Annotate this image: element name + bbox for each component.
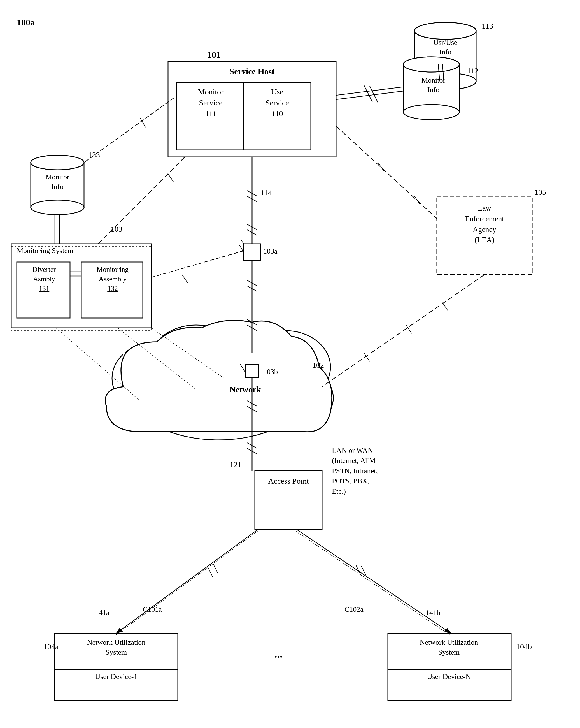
svg-line-50: [247, 280, 257, 286]
svg-point-19: [31, 200, 84, 215]
nus-right-label: Network UtilizationSystem: [390, 638, 508, 657]
node-103b-ref: 103b: [263, 367, 278, 376]
svg-line-67: [116, 531, 258, 635]
svg-line-73: [414, 196, 420, 205]
c101a-label: C101a: [143, 605, 162, 614]
svg-line-64: [297, 529, 451, 633]
svg-point-4: [151, 325, 241, 392]
svg-line-68: [296, 531, 449, 635]
svg-point-20: [31, 155, 84, 170]
monitoring-system-label: Monitoring System: [14, 246, 148, 256]
svg-line-51: [247, 286, 257, 291]
svg-point-15: [403, 105, 459, 120]
lea-label: LawEnforcementAgency(LEA): [441, 203, 528, 245]
svg-line-74: [56, 328, 140, 401]
svg-line-71: [336, 126, 437, 218]
svg-line-85: [364, 353, 370, 362]
svg-line-36: [336, 91, 403, 100]
svg-point-16: [403, 57, 459, 72]
svg-line-47: [239, 244, 244, 252]
svg-point-10: [414, 22, 476, 39]
nus-left-inner-ref: 141a: [95, 608, 110, 618]
svg-line-44: [247, 224, 257, 230]
svg-line-76: [151, 328, 224, 378]
usr-use-info-label: Usr/UseInfo: [417, 38, 473, 57]
svg-line-35: [336, 87, 403, 95]
svg-line-84: [406, 325, 412, 334]
user-device-1-label: User Device-1: [59, 672, 174, 681]
svg-line-57: [247, 401, 257, 406]
ellipsis-label: ...: [274, 647, 283, 661]
nus-left-label: Network UtilizationSystem: [57, 638, 175, 657]
svg-point-14: [403, 57, 459, 72]
diverter-label: DiverterAsmbly131: [18, 265, 70, 293]
svg-line-42: [247, 190, 257, 196]
svg-line-55: [240, 364, 245, 372]
svg-line-52: [247, 319, 257, 325]
svg-line-43: [247, 196, 257, 202]
svg-point-2: [129, 339, 308, 440]
svg-point-18: [31, 155, 84, 170]
svg-line-60: [247, 448, 257, 454]
svg-line-48: [241, 240, 244, 244]
svg-line-66: [356, 565, 361, 576]
monitoring-assembly-label: MonitoringAssembly132: [83, 265, 142, 293]
service-host-label: Service Host: [174, 66, 330, 77]
service-host-ref: 101: [207, 49, 221, 61]
svg-line-59: [247, 443, 257, 448]
svg-line-62: [207, 566, 213, 577]
monitor-service-label: MonitorService111: [178, 86, 244, 120]
c102a-label: C102a: [344, 605, 363, 614]
usr-use-info-ref: 113: [482, 21, 493, 31]
svg-line-61: [116, 529, 258, 633]
svg-line-45: [247, 230, 257, 235]
lea-ref: 105: [534, 187, 546, 197]
svg-line-38: [370, 86, 378, 103]
svg-line-75: [118, 328, 196, 390]
access-point-label: Access Point: [257, 476, 320, 487]
svg-rect-8: [123, 353, 319, 432]
user-device-n-label: User Device-N: [391, 672, 506, 681]
network-ref: 102: [312, 360, 324, 370]
node-103a-ref: 103a: [263, 246, 278, 256]
figure-ref-label: 100a: [17, 17, 35, 29]
use-service-label: UseService110: [245, 86, 309, 120]
svg-rect-46: [244, 244, 260, 261]
svg-rect-54: [245, 364, 259, 378]
nus-right-ref: 104b: [516, 642, 532, 652]
monitoring-system-ref: 103: [111, 224, 122, 234]
svg-point-12: [414, 22, 476, 39]
nus-left-ref: 104a: [44, 642, 58, 652]
svg-line-58: [247, 406, 257, 412]
svg-line-37: [364, 85, 372, 102]
svg-line-81: [182, 275, 188, 283]
monitor-info-left-label: MonitorInfo: [32, 172, 83, 191]
svg-line-87: [140, 118, 146, 128]
svg-line-65: [361, 566, 367, 577]
svg-line-80: [151, 251, 244, 278]
monitor-info-top-ref: 112: [467, 66, 479, 76]
svg-point-3: [112, 342, 202, 415]
network-label: Network: [230, 384, 261, 395]
lan-wan-label: LAN or WAN(Internet, ATMPSTN, Intranet,P…: [332, 445, 427, 497]
svg-line-82: [322, 275, 485, 387]
svg-line-53: [247, 325, 257, 331]
svg-line-70: [168, 174, 174, 182]
svg-line-83: [442, 303, 448, 311]
monitor-info-top-label: MonitorInfo: [408, 76, 459, 95]
nus-right-inner-ref: 141b: [426, 608, 440, 618]
svg-line-72: [378, 162, 384, 171]
access-point-ref: 121: [230, 460, 241, 470]
line-114-ref: 114: [260, 188, 272, 198]
svg-line-63: [213, 563, 218, 574]
monitor-info-left-ref: 133: [88, 150, 100, 160]
